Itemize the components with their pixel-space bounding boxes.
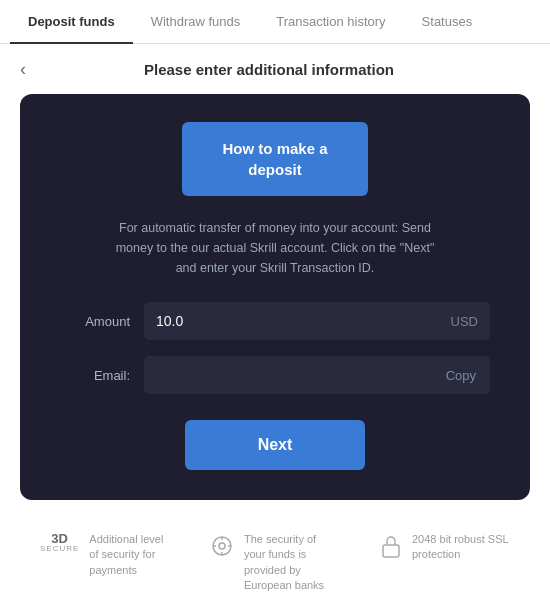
footer-ssl: 2048 bit robust SSL protection bbox=[380, 532, 510, 564]
tab-bar: Deposit funds Withdraw funds Transaction… bbox=[0, 0, 550, 44]
amount-label: Amount bbox=[60, 314, 130, 329]
copy-button[interactable]: Copy bbox=[432, 357, 490, 394]
footer-bank: The security of your funds is provided b… bbox=[210, 532, 340, 594]
tab-deposit-funds[interactable]: Deposit funds bbox=[10, 0, 133, 43]
next-button[interactable]: Next bbox=[185, 420, 365, 470]
amount-suffix: USD bbox=[439, 314, 490, 329]
deposit-card: How to make adeposit For automatic trans… bbox=[20, 94, 530, 500]
back-button[interactable]: ‹ bbox=[20, 60, 34, 78]
how-to-deposit-button[interactable]: How to make adeposit bbox=[182, 122, 367, 196]
footer-3d-text: Additional level of security for payment… bbox=[89, 532, 170, 578]
lock-icon bbox=[380, 534, 402, 564]
tab-statuses[interactable]: Statuses bbox=[404, 0, 491, 43]
svg-rect-6 bbox=[383, 545, 399, 557]
instruction-text: For automatic transfer of money into you… bbox=[115, 218, 435, 278]
email-input[interactable] bbox=[144, 356, 432, 394]
tab-withdraw-funds[interactable]: Withdraw funds bbox=[133, 0, 259, 43]
email-row: Email: Copy bbox=[60, 356, 490, 394]
footer-ssl-text: 2048 bit robust SSL protection bbox=[412, 532, 510, 563]
bank-icon bbox=[210, 534, 234, 564]
email-input-wrap: Copy bbox=[144, 356, 490, 394]
amount-input-wrap: USD bbox=[144, 302, 490, 340]
tab-transaction-history[interactable]: Transaction history bbox=[258, 0, 403, 43]
footer-3d-secure: 3D SECURE Additional level of security f… bbox=[40, 532, 170, 578]
page-title: Please enter additional information bbox=[34, 61, 504, 78]
back-row: ‹ Please enter additional information bbox=[0, 44, 550, 86]
3d-secure-icon: 3D SECURE bbox=[40, 532, 79, 553]
footer-bar: 3D SECURE Additional level of security f… bbox=[0, 516, 550, 599]
footer-bank-text: The security of your funds is provided b… bbox=[244, 532, 340, 594]
email-label: Email: bbox=[60, 368, 130, 383]
amount-row: Amount USD bbox=[60, 302, 490, 340]
amount-input[interactable] bbox=[144, 302, 439, 340]
svg-point-1 bbox=[219, 543, 225, 549]
